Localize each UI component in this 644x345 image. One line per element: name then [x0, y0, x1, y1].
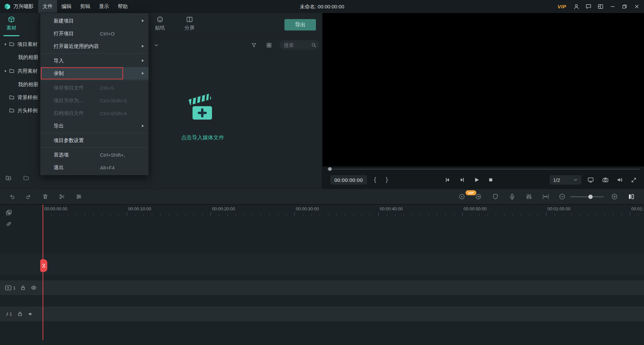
fullscreen-icon[interactable]	[630, 176, 638, 184]
display-device-icon[interactable]	[587, 176, 595, 184]
voiceover-mic-icon[interactable]	[508, 193, 516, 201]
ruler-label: 00:00:10:00	[128, 206, 151, 211]
minimize-button[interactable]	[606, 0, 619, 13]
account-icon[interactable]	[570, 0, 582, 13]
search-input[interactable]	[284, 42, 311, 48]
zoom-in-icon[interactable]	[610, 193, 619, 201]
vip-badge[interactable]: VIP	[557, 4, 566, 9]
manage-tracks-icon[interactable]	[5, 208, 13, 216]
playback-quality-dropdown[interactable]: 1/2	[550, 175, 581, 185]
delete-icon[interactable]	[41, 193, 49, 201]
tab-media[interactable]: 素材	[2, 16, 21, 31]
ruler-label: 00:01:00:00	[547, 206, 571, 211]
submenu-arrow-icon	[142, 72, 144, 75]
previous-frame-button[interactable]	[443, 176, 451, 184]
play-button[interactable]	[473, 176, 481, 184]
menu-item-project-settings[interactable]: 项目参数设置	[40, 134, 149, 147]
tree-item-label: 背景样例	[17, 94, 38, 101]
video-track-lane[interactable]	[0, 280, 644, 295]
stop-button[interactable]	[487, 176, 495, 184]
menu-item-exit[interactable]: 退出 Alt+F4	[40, 161, 149, 174]
folder-icon	[9, 41, 15, 47]
audio-track-lane[interactable]	[0, 306, 644, 321]
fit-timeline-icon[interactable]	[542, 193, 550, 201]
menubar: 文件 编辑 剪辑 显示 帮助	[38, 0, 132, 13]
audio-track-header: ♪ 1	[0, 306, 42, 321]
scrubber-handle[interactable]	[328, 167, 332, 171]
caret-down-icon[interactable]: ▾	[3, 69, 8, 73]
submenu-arrow-icon	[142, 45, 144, 48]
volume-icon[interactable]	[616, 176, 624, 184]
mask-shield-icon[interactable]	[491, 193, 499, 201]
search-box[interactable]	[280, 40, 319, 50]
preview-scrubber[interactable]	[327, 169, 640, 169]
video-visibility-eye-icon[interactable]	[30, 284, 38, 292]
filter-icon[interactable]	[250, 41, 258, 49]
chevron-down-icon	[573, 178, 578, 182]
timeline-ruler[interactable]	[43, 212, 644, 216]
next-frame-button[interactable]	[458, 176, 466, 184]
track-height-icon[interactable]	[627, 193, 635, 201]
mark-out-icon[interactable]: }	[386, 176, 388, 183]
ruler-label: 00:00:30:00	[296, 206, 319, 211]
properties-icon[interactable]	[75, 193, 83, 201]
zoom-out-icon[interactable]	[558, 193, 566, 201]
video-track-icon	[4, 284, 12, 292]
media-box-icon	[8, 16, 15, 23]
new-folder-icon[interactable]	[4, 174, 12, 182]
import-media-icon[interactable]	[187, 92, 218, 123]
folder-icon	[9, 108, 15, 114]
menu-item-open-recent[interactable]: 打开最近使用的内容	[40, 40, 149, 53]
menu-view[interactable]: 显示	[95, 0, 113, 13]
timeline-zoom-slider[interactable]	[570, 196, 604, 197]
audio-mixer-icon[interactable]	[525, 193, 533, 201]
audio-lock-icon[interactable]	[16, 310, 24, 318]
delete-folder-icon[interactable]	[22, 174, 30, 182]
menu-item-import[interactable]: 导入	[40, 54, 149, 67]
close-button[interactable]	[631, 0, 643, 13]
menu-separator	[40, 80, 149, 81]
grid-view-icon[interactable]	[265, 41, 273, 49]
import-media-hint[interactable]: 点击导入媒体文件	[162, 134, 243, 141]
mark-in-icon[interactable]: {	[374, 176, 376, 183]
menu-file[interactable]: 文件	[38, 0, 57, 13]
link-icon[interactable]	[5, 220, 13, 228]
timeline-zoom-slider-knob[interactable]	[588, 195, 593, 199]
tab-media-label: 素材	[6, 25, 16, 31]
render-preview-icon[interactable]	[458, 193, 466, 201]
menu-separator	[40, 53, 149, 54]
snapshot-icon[interactable]	[601, 176, 609, 184]
menu-help[interactable]: 帮助	[113, 0, 132, 13]
menu-clip[interactable]: 剪辑	[76, 0, 95, 13]
feedback-icon[interactable]	[582, 0, 594, 13]
redo-icon[interactable]	[24, 193, 33, 201]
timeline: 00:00:00:00 00:00:10:00 00:00:20:00 00:0…	[0, 204, 644, 345]
audio-track-number: 1	[10, 312, 12, 317]
audio-track-icon: ♪	[6, 310, 9, 317]
preview-video-area	[323, 13, 644, 166]
menu-item-preferences[interactable]: 首选项 Ctrl+Shift+,	[40, 148, 149, 161]
tree-item-label: 项目素材	[17, 41, 38, 48]
video-lock-icon[interactable]	[19, 284, 27, 292]
tab-sticker[interactable]: 贴纸	[151, 16, 169, 31]
export-button[interactable]: 导出	[284, 19, 316, 30]
menu-item-export[interactable]: 导出	[40, 120, 149, 132]
ruler-label: 00:01:10:00	[631, 206, 644, 211]
split-scissors-icon[interactable]	[58, 193, 66, 201]
undo-icon[interactable]	[8, 193, 16, 201]
menu-item-new-project[interactable]: 新建项目	[40, 14, 149, 27]
menu-item-save-project-as: 项目另存为... Ctrl+Shift+S	[40, 94, 149, 107]
app-logo-icon	[4, 3, 11, 10]
workspace-layout-icon[interactable]	[594, 0, 606, 13]
menu-item-record[interactable]: 录制	[40, 67, 149, 80]
timeline-empty-band	[0, 254, 644, 275]
menu-edit[interactable]: 编辑	[57, 0, 76, 13]
playhead[interactable]	[43, 205, 43, 340]
tab-splitscreen[interactable]: 分屏	[180, 16, 199, 31]
collapse-panel-chevron-icon[interactable]	[152, 41, 160, 49]
playhead-handle[interactable]	[40, 259, 47, 272]
caret-down-icon[interactable]: ▾	[3, 42, 8, 47]
audio-mute-speaker-icon[interactable]	[27, 310, 35, 318]
menu-item-open-project[interactable]: 打开项目 Ctrl+O	[40, 27, 149, 40]
restore-button[interactable]	[619, 0, 631, 13]
